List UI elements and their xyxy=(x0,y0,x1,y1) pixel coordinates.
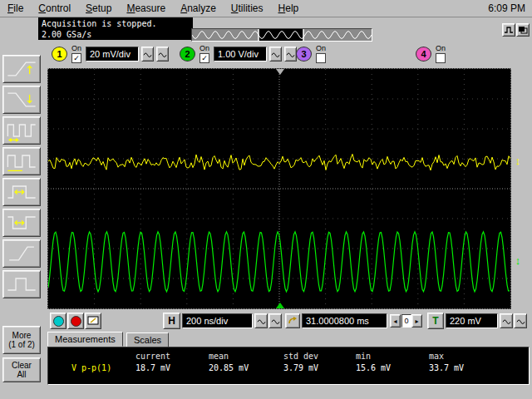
rise-time-icon xyxy=(5,57,38,81)
oscilloscope-app: FileControlSetupMeasureAnalyzeUtilitiesH… xyxy=(0,0,532,399)
channel-2-scale-fine-button[interactable] xyxy=(284,47,297,62)
trigger-level-field[interactable]: 220 mV xyxy=(446,313,498,328)
sine-icon xyxy=(516,318,525,325)
on-label: On xyxy=(71,45,81,52)
trigger-setup-button[interactable]: T xyxy=(427,313,444,329)
channel-1-button[interactable]: 1 xyxy=(52,47,67,62)
tab-measurements[interactable]: Measurements xyxy=(47,332,123,347)
timebase-field[interactable]: 200 ns/div xyxy=(182,313,253,328)
positive-width-measure-button[interactable] xyxy=(2,178,41,206)
clear-sub-label: All xyxy=(3,370,40,379)
measurement-value-current: 18.7 mV xyxy=(135,363,170,372)
fall-time-icon xyxy=(5,88,38,111)
channel-2-level-marker[interactable]: ↕ xyxy=(511,255,525,266)
meas-header-std-dev: std dev xyxy=(283,352,318,361)
menu-item-utilities[interactable]: Utilities xyxy=(224,1,271,16)
measurement-value-max: 33.7 mV xyxy=(429,363,464,372)
trigger-increase-button[interactable] xyxy=(514,313,527,328)
tab-scales[interactable]: Scales xyxy=(126,332,169,347)
measurements-panel: currentmeanstd devminmaxV p-p(1)18.7 mV2… xyxy=(47,347,530,385)
menu-item-measure[interactable]: Measure xyxy=(119,1,173,16)
position-step-value: 0 xyxy=(401,314,411,328)
channel-4-button[interactable]: 4 xyxy=(416,47,431,62)
sine-icon xyxy=(271,51,280,58)
pulse-icon xyxy=(5,273,38,296)
channel-4-on-toggle[interactable]: On xyxy=(434,45,447,63)
acquisition-status: Acquisition is stopped. 2.00 GSa/s xyxy=(38,17,193,40)
sine-icon xyxy=(271,318,280,325)
meas-header-min: min xyxy=(356,352,371,361)
horizontal-position-field[interactable]: 31.0000800 ms xyxy=(302,313,387,328)
clear-label: Clear xyxy=(3,361,40,370)
on-label: On xyxy=(316,45,326,52)
panel-window-button[interactable] xyxy=(516,23,530,37)
frequency-measure-button[interactable] xyxy=(2,116,41,145)
channel-2-on-toggle[interactable]: On✓ xyxy=(198,45,211,63)
negative-width-icon xyxy=(5,211,38,234)
channel-1-level-marker[interactable]: ↕ xyxy=(511,155,525,166)
more-button[interactable]: More (1 of 2) xyxy=(2,326,41,354)
waveform-grid xyxy=(48,69,510,308)
horizontal-position-button[interactable] xyxy=(285,313,300,328)
channel-2-button[interactable]: 2 xyxy=(180,47,195,62)
position-step-right-button[interactable]: ▸ xyxy=(411,314,422,328)
channel-1-on-checkbox[interactable]: ✓ xyxy=(71,53,81,63)
fall-time-measure-button[interactable] xyxy=(2,86,41,114)
channel-1-scale-field[interactable]: 20 mV/div xyxy=(86,47,139,62)
channel-2-scale-coarse-button[interactable] xyxy=(269,47,282,62)
sine-icon xyxy=(143,51,152,58)
measurement-value-min: 15.6 mV xyxy=(356,363,391,372)
preview-waveform xyxy=(192,29,372,41)
menu-item-file[interactable]: File xyxy=(0,1,31,16)
channel-3-controls: 3On xyxy=(296,44,328,64)
meas-header-current: current xyxy=(135,352,170,361)
menu-item-setup[interactable]: Setup xyxy=(78,1,119,16)
stop-button[interactable] xyxy=(67,313,84,329)
negative-width-measure-button[interactable] xyxy=(2,209,41,237)
acquisition-mode-button[interactable] xyxy=(85,313,101,329)
measurement-name: V p-p(1) xyxy=(71,363,111,372)
trigger-decrease-button[interactable] xyxy=(500,313,513,328)
position-step-left-button[interactable]: ◂ xyxy=(390,314,401,328)
channel-2-scale-field[interactable]: 1.00 V/div xyxy=(214,47,267,62)
acquisition-preview-bar[interactable] xyxy=(191,28,372,42)
channel-4-on-checkbox[interactable] xyxy=(436,53,446,63)
channel-3-on-checkbox[interactable] xyxy=(316,53,326,63)
menu-item-help[interactable]: Help xyxy=(271,1,307,16)
channel-1-on-toggle[interactable]: On✓ xyxy=(70,45,83,63)
channel-2-controls: 2On✓1.00 V/div xyxy=(180,44,297,64)
channel-2-on-checkbox[interactable]: ✓ xyxy=(200,53,209,63)
clear-all-button[interactable]: Clear All xyxy=(2,357,41,382)
rising-edge-measure-button[interactable] xyxy=(2,239,41,268)
channel-1-scale-fine-button[interactable] xyxy=(156,47,169,62)
waveform-display[interactable] xyxy=(47,68,511,309)
channel-1-controls: 1On✓20 mV/div xyxy=(52,44,169,64)
menu-item-analyze[interactable]: Analyze xyxy=(173,1,224,16)
waveform-window-button[interactable] xyxy=(502,23,515,37)
meas-header-max: max xyxy=(429,352,444,361)
clock: 6:09 PM xyxy=(488,2,532,14)
timebase-decrease-button[interactable] xyxy=(254,313,268,328)
period-measure-button[interactable] xyxy=(2,147,41,175)
sine-icon xyxy=(257,318,266,325)
window-pointer-icon xyxy=(87,316,99,326)
sine-icon xyxy=(502,318,511,325)
pulse-measure-button[interactable] xyxy=(2,270,41,298)
menu-item-control[interactable]: Control xyxy=(31,1,78,16)
measurement-value-std-dev: 3.79 mV xyxy=(283,363,318,372)
positive-width-icon xyxy=(5,180,38,204)
channel-3-on-toggle[interactable]: On xyxy=(314,45,328,63)
channel-3-button[interactable]: 3 xyxy=(296,47,312,62)
sine-icon xyxy=(286,51,295,58)
meas-header-mean: mean xyxy=(209,352,229,361)
run-button[interactable] xyxy=(50,313,66,329)
stop-icon xyxy=(71,316,81,327)
pulse-icon xyxy=(504,26,514,34)
channel-1-scale-coarse-button[interactable] xyxy=(141,47,154,62)
status-line-2: 2.00 GSa/s xyxy=(42,29,193,40)
rise-time-measure-button[interactable] xyxy=(2,55,41,83)
more-sub-label: (1 of 2) xyxy=(3,340,40,349)
timebase-increase-button[interactable] xyxy=(268,313,282,328)
horizontal-setup-button[interactable]: H xyxy=(163,313,180,329)
rising-edge-icon xyxy=(5,242,38,265)
